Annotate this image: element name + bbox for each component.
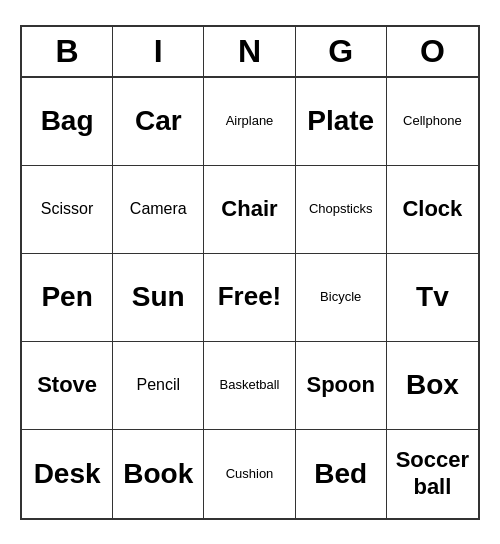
bingo-cell: Basketball bbox=[204, 342, 295, 430]
bingo-cell: Bag bbox=[22, 78, 113, 166]
bingo-grid: BagCarAirplanePlateCellphoneScissorCamer… bbox=[22, 78, 478, 518]
bingo-cell: Cellphone bbox=[387, 78, 478, 166]
bingo-cell: Stove bbox=[22, 342, 113, 430]
header-letter: O bbox=[387, 27, 478, 76]
header-letter: B bbox=[22, 27, 113, 76]
bingo-cell: Chopsticks bbox=[296, 166, 387, 254]
bingo-cell: Free! bbox=[204, 254, 295, 342]
bingo-cell: Chair bbox=[204, 166, 295, 254]
bingo-cell: Book bbox=[113, 430, 204, 518]
bingo-cell: Plate bbox=[296, 78, 387, 166]
bingo-cell: Car bbox=[113, 78, 204, 166]
bingo-cell: Spoon bbox=[296, 342, 387, 430]
header-letter: I bbox=[113, 27, 204, 76]
bingo-cell: Scissor bbox=[22, 166, 113, 254]
bingo-cell: Desk bbox=[22, 430, 113, 518]
header-letter: N bbox=[204, 27, 295, 76]
bingo-cell: Clock bbox=[387, 166, 478, 254]
bingo-cell: Soccer ball bbox=[387, 430, 478, 518]
bingo-cell: Tv bbox=[387, 254, 478, 342]
bingo-card: BINGO BagCarAirplanePlateCellphoneScisso… bbox=[20, 25, 480, 520]
bingo-cell: Pen bbox=[22, 254, 113, 342]
bingo-cell: Sun bbox=[113, 254, 204, 342]
bingo-cell: Pencil bbox=[113, 342, 204, 430]
bingo-cell: Bicycle bbox=[296, 254, 387, 342]
bingo-cell: Bed bbox=[296, 430, 387, 518]
bingo-header: BINGO bbox=[22, 27, 478, 78]
bingo-cell: Airplane bbox=[204, 78, 295, 166]
bingo-cell: Camera bbox=[113, 166, 204, 254]
header-letter: G bbox=[296, 27, 387, 76]
bingo-cell: Box bbox=[387, 342, 478, 430]
bingo-cell: Cushion bbox=[204, 430, 295, 518]
